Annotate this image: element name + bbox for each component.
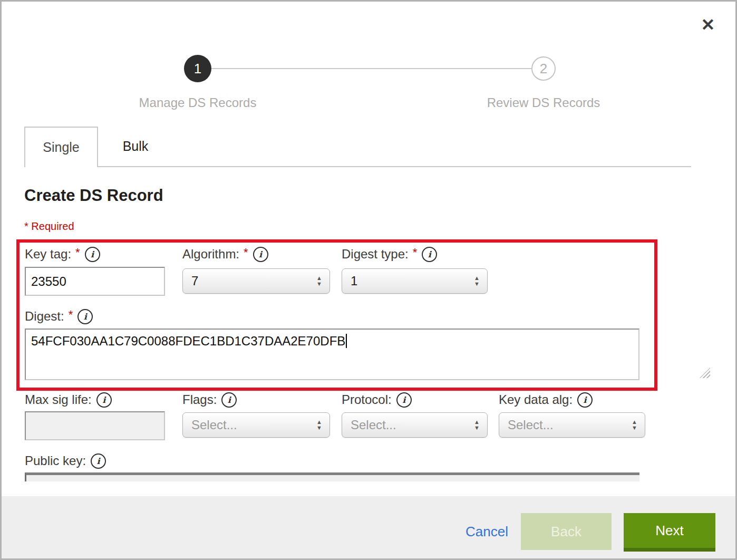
digest-textarea[interactable]: 54FCF030AA1C79C0088FDEC1BD1C37DAA2E70DFB [25,329,639,380]
stepper-connector-line [198,68,544,69]
digest-label: Digest: [25,309,64,324]
digest-type-label: Digest type: [342,247,409,262]
tab-bar-divider [98,166,691,167]
stepper-step-1-label: Manage DS Records [92,95,303,110]
max-sig-life-label-row: Max sig life: i [25,392,112,408]
public-key-label: Public key: [25,453,86,468]
step-2-number: 2 [540,61,547,77]
key-tag-label-row: Key tag: * i [25,246,100,262]
info-icon[interactable]: i [221,392,237,408]
required-asterisk: * [69,308,73,322]
stepper-step-2-circle: 2 [531,56,556,81]
key-tag-input[interactable]: 23550 [25,267,165,296]
required-asterisk: * [244,246,248,259]
key-data-alg-select[interactable]: Select... ▲ ▼ [499,412,645,438]
info-icon[interactable]: i [85,247,100,262]
tab-single[interactable]: Single [24,127,98,167]
tab-single-label: Single [43,140,80,155]
digest-label-row: Digest: * i [25,308,93,324]
cancel-button[interactable]: Cancel [462,523,511,540]
create-ds-record-dialog: { "dialog": { "close_icon": "✕" }, "icon… [0,0,737,560]
next-label: Next [655,523,683,539]
algorithm-label: Algorithm: [182,247,239,262]
protocol-select[interactable]: Select... ▲ ▼ [342,412,488,438]
required-asterisk: * [413,246,418,259]
cancel-label: Cancel [466,524,508,539]
algorithm-select[interactable]: 7 ▲ ▼ [182,268,330,294]
key-data-alg-label-row: Key data alg: i [499,392,593,408]
max-sig-life-label: Max sig life: [25,392,92,407]
public-key-textarea[interactable] [25,472,639,481]
close-icon: ✕ [701,15,715,35]
flags-select[interactable]: Select... ▲ ▼ [182,412,330,438]
page-title: Create DS Record [24,186,163,205]
required-asterisk: * [75,246,80,259]
algorithm-value: 7 [191,274,198,288]
close-button[interactable]: ✕ [696,13,720,36]
digest-type-select[interactable]: 1 ▲ ▼ [342,268,488,294]
protocol-label: Protocol: [342,392,392,407]
next-button[interactable]: Next [624,513,715,552]
algorithm-label-row: Algorithm: * i [182,246,268,262]
key-data-alg-placeholder: Select... [508,418,554,432]
step-1-number: 1 [194,61,201,77]
digest-type-value: 1 [351,274,357,288]
flags-label-row: Flags: i [182,392,237,408]
stepper-step-1-circle: 1 [184,55,211,82]
back-button[interactable]: Back [521,513,612,550]
max-sig-life-input[interactable] [25,411,165,440]
tab-bulk-label: Bulk [123,139,149,154]
textarea-resize-grip[interactable] [700,368,710,378]
info-icon[interactable]: i [77,309,93,324]
info-icon[interactable]: i [577,392,593,408]
text-caret [346,334,347,348]
select-arrows-icon: ▲ ▼ [316,276,322,286]
select-arrows-icon: ▲ ▼ [632,420,637,430]
stepper-step-2-label: Review DS Records [438,95,649,110]
public-key-label-row: Public key: i [25,453,106,469]
protocol-placeholder: Select... [351,418,396,432]
info-icon[interactable]: i [91,453,106,469]
protocol-label-row: Protocol: i [342,392,412,408]
digest-value: 54FCF030AA1C79C0088FDEC1BD1C37DAA2E70DFB [31,334,345,348]
flags-label: Flags: [182,392,217,407]
select-arrows-icon: ▲ ▼ [474,420,480,430]
tab-bulk[interactable]: Bulk [98,127,173,166]
info-icon[interactable]: i [253,247,268,262]
select-arrows-icon: ▲ ▼ [474,276,480,286]
required-note: * Required [24,220,74,233]
info-icon[interactable]: i [396,392,412,408]
key-tag-value: 23550 [31,274,66,289]
key-tag-label: Key tag: [25,247,71,262]
select-arrows-icon: ▲ ▼ [316,420,322,430]
info-icon[interactable]: i [422,247,437,262]
back-label: Back [551,524,581,540]
flags-placeholder: Select... [191,418,237,432]
key-data-alg-label: Key data alg: [499,392,573,407]
digest-type-label-row: Digest type: * i [342,246,437,262]
info-icon[interactable]: i [96,392,112,408]
